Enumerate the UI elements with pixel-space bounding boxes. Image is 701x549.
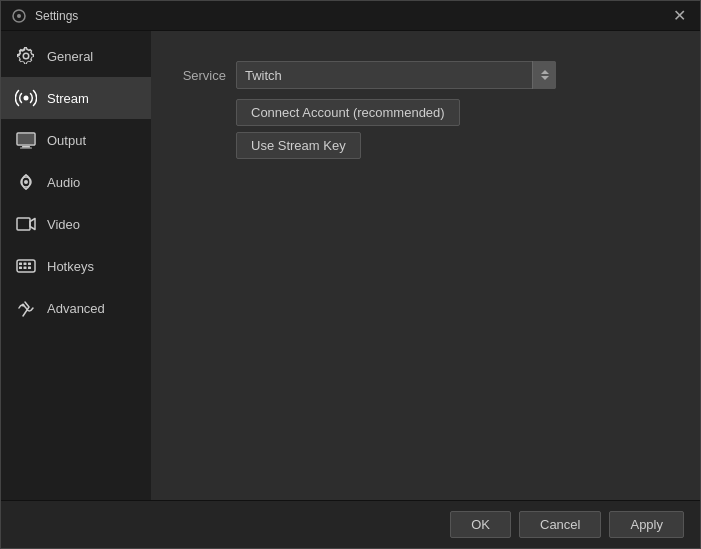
hotkeys-icon — [15, 255, 37, 277]
sidebar-item-hotkeys[interactable]: Hotkeys — [1, 245, 151, 287]
service-label: Service — [171, 68, 226, 83]
svg-rect-14 — [19, 267, 22, 270]
svg-rect-13 — [28, 263, 31, 266]
gear-icon — [15, 45, 37, 67]
svg-rect-4 — [18, 134, 34, 144]
sidebar-item-general[interactable]: General — [1, 35, 151, 77]
connect-account-button[interactable]: Connect Account (recommended) — [236, 99, 460, 126]
sidebar-item-output[interactable]: Output — [1, 119, 151, 161]
svg-rect-15 — [24, 267, 27, 270]
sidebar-audio-label: Audio — [47, 175, 80, 190]
svg-rect-10 — [17, 260, 35, 272]
svg-point-1 — [17, 14, 21, 18]
titlebar: Settings ✕ — [1, 1, 700, 31]
svg-rect-5 — [22, 146, 30, 148]
svg-rect-6 — [20, 148, 32, 149]
svg-point-17 — [22, 304, 25, 307]
stream-icon — [15, 87, 37, 109]
window-title: Settings — [35, 9, 78, 23]
apply-button[interactable]: Apply — [609, 511, 684, 538]
sidebar-item-audio[interactable]: Audio — [1, 161, 151, 203]
svg-rect-11 — [19, 263, 22, 266]
sidebar-item-advanced[interactable]: Advanced — [1, 287, 151, 329]
video-icon — [15, 213, 37, 235]
sidebar-stream-label: Stream — [47, 91, 89, 106]
sidebar-item-stream[interactable]: Stream — [1, 77, 151, 119]
sidebar-output-label: Output — [47, 133, 86, 148]
svg-rect-16 — [28, 267, 31, 270]
advanced-icon — [15, 297, 37, 319]
service-dropdown[interactable]: Twitch — [236, 61, 556, 89]
titlebar-left: Settings — [11, 8, 78, 24]
output-icon — [15, 129, 37, 151]
sidebar-advanced-label: Advanced — [47, 301, 105, 316]
main-content: General Stream — [1, 31, 700, 500]
audio-icon — [15, 171, 37, 193]
svg-rect-12 — [24, 263, 27, 266]
use-stream-key-button[interactable]: Use Stream Key — [236, 132, 361, 159]
footer: OK Cancel Apply — [1, 500, 700, 548]
service-select-wrapper: Twitch — [236, 61, 556, 89]
app-icon — [11, 8, 27, 24]
sidebar-general-label: General — [47, 49, 93, 64]
buttons-area: Connect Account (recommended) Use Stream… — [236, 99, 680, 159]
ok-button[interactable]: OK — [450, 511, 511, 538]
sidebar-video-label: Video — [47, 217, 80, 232]
sidebar-hotkeys-label: Hotkeys — [47, 259, 94, 274]
svg-point-2 — [24, 96, 29, 101]
service-row: Service Twitch — [171, 61, 680, 89]
sidebar: General Stream — [1, 31, 151, 500]
svg-rect-9 — [17, 218, 30, 230]
content-area: Service Twitch Connect Account (recommen… — [151, 31, 700, 500]
cancel-button[interactable]: Cancel — [519, 511, 601, 538]
close-button[interactable]: ✕ — [669, 6, 690, 26]
svg-point-8 — [24, 180, 28, 184]
settings-window: Settings ✕ General — [0, 0, 701, 549]
sidebar-item-video[interactable]: Video — [1, 203, 151, 245]
